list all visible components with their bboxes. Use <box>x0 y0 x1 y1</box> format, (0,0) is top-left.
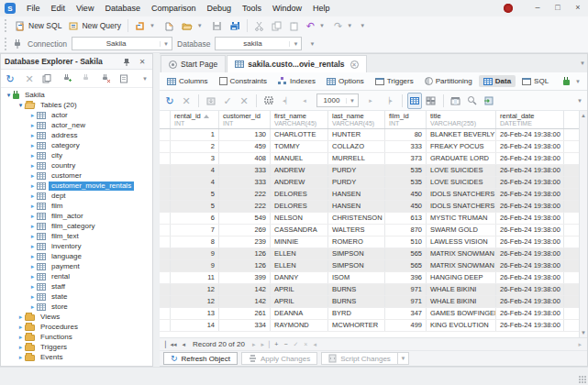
stop-button[interactable]: ✕ <box>179 93 194 109</box>
tree-item-address[interactable]: ▸address <box>1 130 152 140</box>
cell-first_name[interactable]: TOMMY <box>271 141 328 152</box>
cell-customer_id[interactable]: 269 <box>219 225 271 236</box>
tree-item-film-category[interactable]: ▸film_category <box>1 221 152 231</box>
cell-last_name[interactable]: HANSEN <box>328 189 385 200</box>
column-header-title[interactable]: titleVARCHAR(255) <box>427 111 496 128</box>
panel-splitter[interactable] <box>153 53 160 367</box>
cell-title[interactable]: FREAKY POCUS <box>427 141 496 152</box>
cell-first_name[interactable]: ANDREW <box>271 165 328 176</box>
cell-title[interactable]: MYSTIC TRUMAN <box>427 213 496 224</box>
properties-icon[interactable] <box>42 74 55 83</box>
cell-film_id[interactable]: 499 <box>385 320 427 331</box>
column-header-rental_id[interactable]: rental_idINT <box>171 111 219 128</box>
save-all-button[interactable] <box>226 17 244 34</box>
subtab-data[interactable]: Data <box>479 75 516 87</box>
cell-rental_id[interactable]: 5 <box>171 201 219 212</box>
cell-customer_id[interactable]: 459 <box>219 141 271 152</box>
menu-help[interactable]: Help <box>307 0 336 16</box>
maximize-button[interactable]: □ <box>548 0 568 16</box>
last-page-button[interactable]: ▕▸ <box>380 93 397 109</box>
vertical-scrollbar[interactable]: ▲ ▼ <box>579 111 587 337</box>
cell-first_name[interactable]: DELORES <box>271 189 328 200</box>
cell-rental_date[interactable]: 26-Feb-24 19:38:00 <box>496 272 564 283</box>
expand-icon[interactable]: ▸ <box>17 334 25 341</box>
expand-icon[interactable]: ▸ <box>17 324 25 331</box>
cell-rental_date[interactable]: 26-Feb-24 19:38:00 <box>496 320 564 331</box>
cell-film_id[interactable]: 565 <box>385 260 427 271</box>
cell-film_id[interactable]: 333 <box>385 141 427 152</box>
hscroll-right-icon[interactable]: ▸ <box>575 341 584 348</box>
cell-rental_id[interactable]: 7 <box>171 225 219 236</box>
tree-item-tables-20-[interactable]: ▾Tables (20) <box>1 100 152 110</box>
cell-customer_id[interactable]: 130 <box>219 129 271 140</box>
table-row[interactable]: 11399DANNYISOM396HANGING DEEP26-Feb-24 1… <box>160 272 579 284</box>
scroll-down-icon[interactable]: ▼ <box>581 328 586 337</box>
cell-customer_id[interactable]: 333 <box>219 165 271 176</box>
cell-title[interactable]: BLANKET BEVERLY <box>427 129 496 140</box>
prev-record-icon[interactable]: ◂ <box>179 341 188 348</box>
explorer-toolbar-overflow-icon[interactable]: ▼ <box>140 76 150 82</box>
expand-icon[interactable]: ▸ <box>28 132 37 139</box>
open-file-button[interactable]: ▼ <box>178 17 208 34</box>
cell-rental_date[interactable]: 26-Feb-24 19:38:00 <box>496 177 564 188</box>
cell-title[interactable]: WHALE BIKINI <box>427 296 496 307</box>
cell-rental_id[interactable]: 12 <box>171 296 219 307</box>
chevron-down-icon[interactable]: ▼ <box>289 41 301 47</box>
subtab-overflow-icon[interactable]: ▼ <box>573 79 582 84</box>
table-row[interactable]: 1130CHARLOTTEHUNTER80BLANKET BEVERLY26-F… <box>160 129 579 141</box>
subtab-constraints[interactable]: Constraints <box>215 75 272 87</box>
cell-film_id[interactable]: 80 <box>385 129 427 140</box>
table-row[interactable]: 4333ANDREWPURDY535LOVE SUICIDES26-Feb-24… <box>160 177 579 189</box>
tree-item-dept[interactable]: ▸dept <box>1 191 152 201</box>
cell-title[interactable]: GRADUATE LORD <box>427 153 496 164</box>
copy-button[interactable] <box>268 17 285 34</box>
cell-title[interactable]: IDOLS SNATCHERS <box>427 189 496 200</box>
cell-rental_date[interactable]: 26-Feb-24 19:38:00 <box>496 153 564 164</box>
cell-rental_id[interactable]: 5 <box>171 189 219 200</box>
new-connection-icon[interactable] <box>61 73 74 83</box>
expand-icon[interactable]: ▸ <box>28 233 37 240</box>
collapse-icon[interactable]: ▾ <box>5 92 13 99</box>
cell-last_name[interactable]: ROMERO <box>328 236 385 248</box>
cell-last_name[interactable]: ISOM <box>328 272 385 283</box>
cell-title[interactable]: KING EVOLUTION <box>427 320 496 331</box>
table-row[interactable]: 3408MANUELMURRELL373GRADUATE LORD26-Feb-… <box>160 153 579 165</box>
cell-first_name[interactable]: RAYMOND <box>271 320 328 331</box>
cell-customer_id[interactable]: 126 <box>219 248 271 259</box>
save-button[interactable] <box>208 17 226 34</box>
chevron-down-icon[interactable]: ▼ <box>317 23 327 28</box>
toolbar-grip[interactable] <box>5 38 7 50</box>
cell-title[interactable]: LAWLESS VISION <box>427 236 496 248</box>
database-select[interactable]: sakila ▼ <box>215 37 302 50</box>
cell-film_id[interactable]: 535 <box>385 177 427 188</box>
chevron-down-icon[interactable]: ▼ <box>345 23 354 28</box>
cell-film_id[interactable]: 870 <box>385 225 427 236</box>
cell-first_name[interactable]: DEANNA <box>271 308 328 319</box>
expand-icon[interactable]: ▸ <box>28 152 37 160</box>
cell-title[interactable]: MATRIX SNOWMAN <box>427 248 496 259</box>
import-data-button[interactable] <box>482 93 496 109</box>
cell-film_id[interactable]: 450 <box>385 189 427 200</box>
cell-last_name[interactable]: BYRD <box>328 308 385 319</box>
grid-view-button[interactable] <box>407 93 422 109</box>
first-page-button[interactable]: ◂▏ <box>278 93 295 109</box>
tree-item-functions[interactable]: ▸Functions <box>1 332 152 342</box>
cell-film_id[interactable]: 510 <box>385 236 427 248</box>
cell-film_id[interactable]: 373 <box>385 153 427 164</box>
table-row[interactable]: 5222DELORESHANSEN450IDOLS SNATCHERS26-Fe… <box>160 189 579 201</box>
cell-first_name[interactable]: APRIL <box>271 284 328 295</box>
cell-customer_id[interactable]: 142 <box>219 284 271 295</box>
cell-title[interactable]: IDOLS SNATCHERS <box>427 201 496 212</box>
scroll-up-icon[interactable]: ▲ <box>581 111 586 120</box>
cell-customer_id[interactable]: 333 <box>219 177 271 188</box>
expand-icon[interactable]: ▸ <box>28 192 37 200</box>
cell-last_name[interactable]: SIMPSON <box>328 260 385 271</box>
table-row[interactable]: 9126ELLENSIMPSON565MATRIX SNOWMAN26-Feb-… <box>160 260 579 272</box>
menu-comparison[interactable]: Comparison <box>146 0 202 16</box>
menu-view[interactable]: View <box>71 0 99 16</box>
tree-item-actor[interactable]: ▸actor <box>1 110 152 120</box>
tab-overflow-icon[interactable]: ▼ <box>578 60 587 66</box>
next-record-icon[interactable]: ▸ <box>250 341 259 348</box>
table-row[interactable]: 12142APRILBURNS971WHALE BIKINI26-Feb-24 … <box>160 296 579 308</box>
new-query-button[interactable]: New Query <box>65 17 125 34</box>
